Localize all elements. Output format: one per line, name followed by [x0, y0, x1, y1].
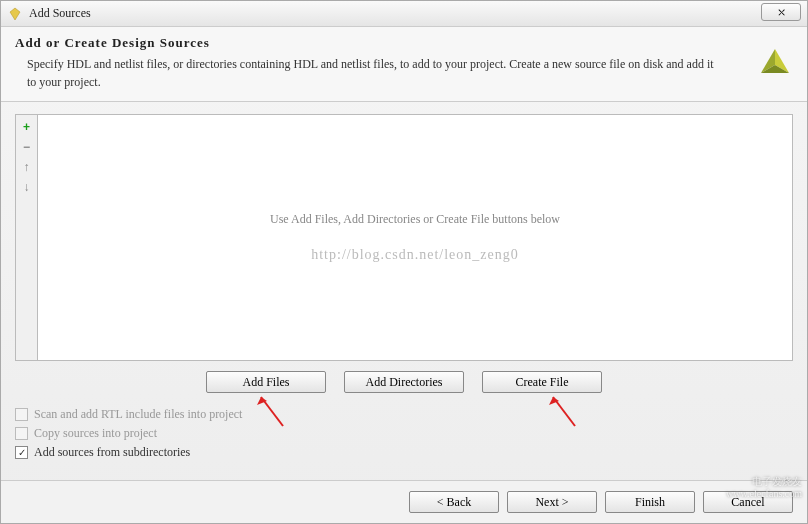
add-item-button[interactable]: +	[19, 119, 35, 135]
content-area: + − ↑ ↓ Use Add Files, Add Directories o…	[1, 102, 807, 480]
sources-listbox[interactable]: Use Add Files, Add Directories or Create…	[37, 114, 793, 361]
add-sources-dialog: Add Sources ⤬ Add or Create Design Sourc…	[0, 0, 808, 524]
move-up-button[interactable]: ↑	[19, 159, 35, 175]
scan-rtl-checkbox-row: Scan and add RTL include files into proj…	[15, 407, 793, 422]
list-toolbar: + − ↑ ↓	[15, 114, 37, 361]
close-icon: ⤬	[777, 6, 786, 19]
add-subdirs-checkbox[interactable]: ✓	[15, 446, 28, 459]
back-button[interactable]: < Back	[409, 491, 499, 513]
add-files-button[interactable]: Add Files	[206, 371, 326, 393]
create-file-button[interactable]: Create File	[482, 371, 602, 393]
add-directories-button[interactable]: Add Directories	[344, 371, 464, 393]
close-button[interactable]: ⤬	[761, 3, 801, 21]
svg-marker-0	[10, 8, 20, 20]
next-button[interactable]: Next >	[507, 491, 597, 513]
finish-button[interactable]: Finish	[605, 491, 695, 513]
watermark-text: http://blog.csdn.net/leon_zeng0	[311, 247, 519, 263]
add-subdirs-checkbox-row[interactable]: ✓ Add sources from subdirectories	[15, 445, 793, 460]
svg-marker-7	[549, 397, 559, 405]
move-down-button[interactable]: ↓	[19, 179, 35, 195]
listbox-placeholder: Use Add Files, Add Directories or Create…	[270, 212, 560, 227]
header-section: Add or Create Design Sources Specify HDL…	[1, 27, 807, 102]
options-checkboxes: Scan and add RTL include files into proj…	[15, 407, 793, 468]
window-title: Add Sources	[29, 6, 91, 21]
remove-item-button[interactable]: −	[19, 139, 35, 155]
corner-watermark: 电子发烧友 www.elecfans.com	[726, 476, 802, 500]
copy-sources-checkbox	[15, 427, 28, 440]
page-description: Specify HDL and netlist files, or direct…	[15, 55, 715, 91]
copy-sources-label: Copy sources into project	[34, 426, 157, 441]
scan-rtl-label: Scan and add RTL include files into proj…	[34, 407, 242, 422]
app-icon	[7, 6, 23, 22]
titlebar: Add Sources ⤬	[1, 1, 807, 27]
vivado-logo-icon	[755, 45, 795, 85]
svg-marker-5	[257, 397, 267, 405]
copy-sources-checkbox-row: Copy sources into project	[15, 426, 793, 441]
action-button-row: Add Files Add Directories Create File	[15, 361, 793, 407]
scan-rtl-checkbox	[15, 408, 28, 421]
sources-list-area: + − ↑ ↓ Use Add Files, Add Directories o…	[15, 114, 793, 361]
wizard-footer: < Back Next > Finish Cancel	[1, 480, 807, 523]
add-subdirs-label: Add sources from subdirectories	[34, 445, 190, 460]
page-title: Add or Create Design Sources	[15, 35, 793, 51]
